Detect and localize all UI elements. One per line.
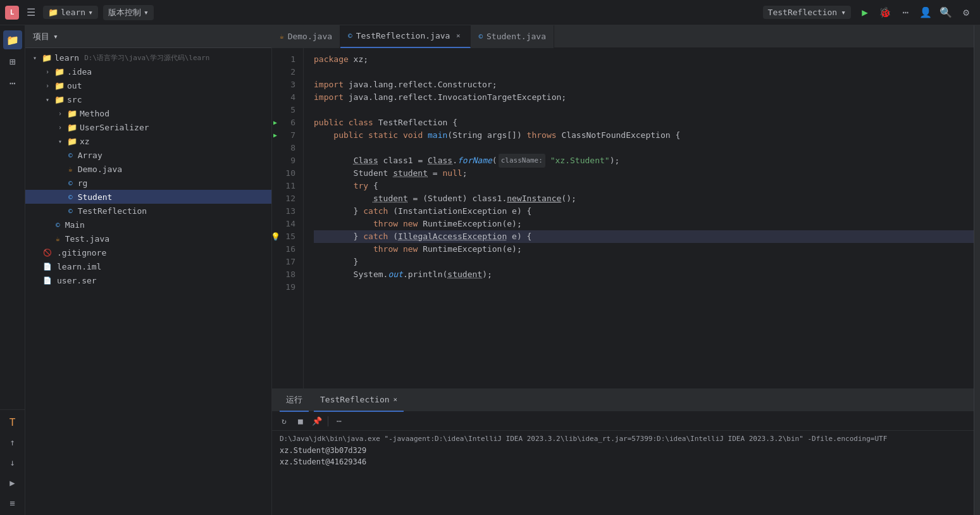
more-tools-button[interactable]: ⋯ <box>3 73 22 92</box>
hamburger-icon[interactable]: ☰ <box>24 4 38 21</box>
chevron-down-icon: ▾ <box>88 8 93 17</box>
code-editor[interactable]: 1 2 3 4 5 ▶ 6 ▶ 7 8 9 10 11 <box>272 48 974 388</box>
tree-item-main[interactable]: © Main <box>25 218 271 232</box>
project-view-button[interactable]: 📁 <box>3 30 22 49</box>
class-icon: © <box>348 32 352 40</box>
userserializer-label: UserSerializer <box>80 123 149 132</box>
settings-button[interactable]: ⚙ <box>957 4 975 22</box>
line-num-3: 3 <box>272 78 303 91</box>
bottom-panel: 运行 TestReflection × ↻ ■ 📌 ⋯ D:\Java\jdk\… <box>272 388 974 515</box>
debug-button[interactable]: 🐞 <box>876 4 894 22</box>
tab-student[interactable]: © Student.java <box>471 25 554 48</box>
line-num-7: ▶ 7 <box>272 129 303 142</box>
search-button[interactable]: 🔍 <box>937 4 955 22</box>
testreflection-label: TestReflection <box>78 206 147 216</box>
tree-item-userserializer[interactable]: › 📁 UserSerializer <box>25 120 271 134</box>
folder-icon: 📁 <box>54 67 65 77</box>
file-icon: 📄 <box>43 263 52 271</box>
lightbulb-icon[interactable]: 💡 <box>272 230 280 243</box>
structure-button[interactable]: ≡ <box>3 493 22 512</box>
app-logo: L <box>5 6 19 20</box>
stop-button[interactable]: ■ <box>294 414 307 428</box>
tree-arrow: › <box>43 82 52 89</box>
tree-item-student[interactable]: © Student <box>25 190 271 204</box>
main-content: 📁 ⊞ ⋯ 项目 ▾ ▾ 📁 learn D:\语言学习\java\学习源代码\… <box>0 25 980 515</box>
tab-testreflection-label: TestReflection.java <box>356 31 450 40</box>
class-icon: © <box>68 207 73 215</box>
tree-arrow: › <box>56 124 65 131</box>
out-label: out <box>67 81 82 90</box>
code-line-1: package xz; <box>314 53 974 66</box>
bottom-tab-testreflection[interactable]: TestReflection × <box>314 389 404 412</box>
bottom-toolbar: ↻ ■ 📌 ⋯ <box>272 412 974 431</box>
java-icon: ☕ <box>280 32 284 40</box>
project-selector[interactable]: 📁 learn ▾ <box>43 6 98 19</box>
tree-arrow: › <box>43 68 52 75</box>
run-gutter-icon[interactable]: ▶ <box>273 116 277 129</box>
class-icon: © <box>478 32 483 40</box>
pin-output-button[interactable]: 📌 <box>310 414 324 428</box>
code-line-14: throw new RuntimeException(e); <box>314 218 974 230</box>
vcs-selector[interactable]: 版本控制 ▾ <box>103 5 154 20</box>
line-num-8: 8 <box>272 142 303 154</box>
tab-close-button[interactable]: × <box>454 32 462 40</box>
build-button[interactable]: T <box>3 413 22 431</box>
code-line-6: public class TestReflection { <box>314 116 974 129</box>
tree-item-src[interactable]: ▾ 📁 src <box>25 92 271 106</box>
tree-item-idea[interactable]: › 📁 .idea <box>25 65 271 78</box>
code-line-13: } catch (InstantiationException e) { <box>314 205 974 218</box>
tab-testreflection[interactable]: © TestReflection.java × <box>340 25 471 48</box>
up-button[interactable]: ↑ <box>3 433 22 452</box>
down-button[interactable]: ↓ <box>3 453 22 472</box>
method-label: Method <box>80 109 109 118</box>
code-line-11: try { <box>314 180 974 192</box>
code-line-19 <box>314 281 974 294</box>
bottom-tab-run[interactable]: 运行 <box>280 389 309 412</box>
tree-item-testreflection[interactable]: © TestReflection <box>25 204 271 218</box>
tree-item-testjava[interactable]: ☕ Test.java <box>25 232 271 245</box>
tree-item-learniml[interactable]: 📄 learn.iml <box>25 259 271 273</box>
file-tree: ▾ 📁 learn D:\语言学习\java\学习源代码\learn › 📁 .… <box>25 48 271 515</box>
gitignore-label: .gitignore <box>57 248 106 258</box>
code-line-3: import java.lang.reflect.Constructor; <box>314 78 974 91</box>
chevron-down-icon: ▾ <box>144 8 149 17</box>
more-actions-button[interactable]: ⋯ <box>896 4 914 22</box>
xz-label: xz <box>80 137 90 146</box>
bottom-testreflection-label: TestReflection <box>320 395 390 404</box>
more-actions-bottom-button[interactable]: ⋯ <box>332 414 346 428</box>
tree-item-gitignore[interactable]: 🚫 .gitignore <box>25 245 271 259</box>
folder-icon: 📁 <box>54 95 65 104</box>
code-line-18: System.out.println(student); <box>314 268 974 281</box>
chevron-down-icon: ▾ <box>53 32 58 41</box>
tabs-bar: ☕ Demo.java © TestReflection.java × © St… <box>272 25 974 48</box>
bookmarks-button[interactable]: ⊞ <box>3 52 22 71</box>
run-button[interactable]: ▶ <box>856 4 874 22</box>
tree-item-array[interactable]: © Array <box>25 148 271 162</box>
tree-item-demojava[interactable]: ☕ Demo.java <box>25 162 271 176</box>
run-gutter-icon[interactable]: ▶ <box>273 129 277 142</box>
tree-item-method[interactable]: › 📁 Method <box>25 106 271 120</box>
tree-arrow: › <box>56 110 65 117</box>
learniml-label: learn.iml <box>57 262 101 271</box>
src-label: src <box>67 95 82 104</box>
restart-button[interactable]: ↻ <box>277 414 291 428</box>
tree-item-rg[interactable]: © rg <box>25 176 271 190</box>
terminal-button[interactable]: ▶ <box>3 473 22 492</box>
tab-demojava[interactable]: ☕ Demo.java <box>272 25 340 48</box>
console-output-2: xz.Student@41629346 <box>280 456 966 468</box>
tree-item-userser[interactable]: 📄 user.ser <box>25 273 271 287</box>
vcs-label: 版本控制 <box>108 7 141 18</box>
tree-item-out[interactable]: › 📁 out <box>25 78 271 92</box>
array-label: Array <box>78 151 102 160</box>
run-config-selector[interactable]: TestReflection ▾ <box>763 6 851 19</box>
folder-icon: 📁 <box>67 109 77 118</box>
run-label: 运行 <box>286 394 302 406</box>
tree-item-xz[interactable]: ▾ 📁 xz <box>25 134 271 148</box>
tree-item-root[interactable]: ▾ 📁 learn D:\语言学习\java\学习源代码\learn <box>25 51 271 65</box>
root-path: D:\语言学习\java\学习源代码\learn <box>84 53 209 63</box>
code-content[interactable]: package xz; import java.lang.reflect.Con… <box>304 48 974 388</box>
folder-icon: 📁 <box>42 53 52 63</box>
profile-button[interactable]: 👤 <box>917 4 934 22</box>
bottom-tab-close-button[interactable]: × <box>394 395 398 404</box>
demojava-label: Demo.java <box>78 164 122 174</box>
